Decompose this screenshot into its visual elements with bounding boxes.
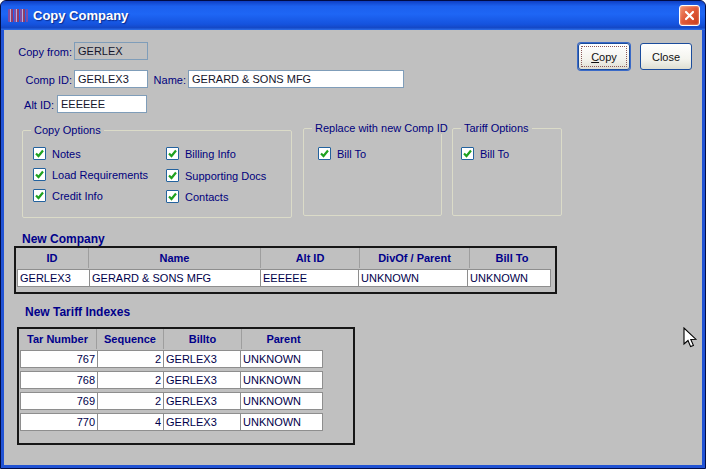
cell-parent: UNKNOWN (240, 392, 323, 410)
tariff-header-row: Tar Number Sequence Billto Parent (19, 329, 353, 349)
cell-parent: UNKNOWN (240, 413, 323, 431)
close-button-label: Close (652, 51, 680, 63)
copy-button-label: Copy (591, 51, 617, 63)
new-company-header-row: ID Name Alt ID DivOf / Parent Bill To (16, 248, 555, 268)
checkbox-label: Supporting Docs (185, 170, 266, 182)
cell-sequence: 2 (97, 371, 164, 389)
checkbox-label: Load Requirements (52, 169, 148, 181)
cell-parent: UNKNOWN (240, 371, 323, 389)
close-window-button[interactable] (679, 5, 700, 26)
app-icon (8, 9, 28, 22)
title-bar[interactable]: Copy Company (1, 1, 705, 30)
cell-name: GERARD & SONS MFG (89, 269, 261, 287)
column-header: Parent (242, 329, 325, 349)
cell-divof-parent: UNKNOWN (358, 269, 468, 287)
checkbox-notes[interactable]: Notes (33, 147, 81, 160)
column-header: Alt ID (261, 248, 360, 268)
name-label: Name: (150, 74, 186, 86)
copy-button[interactable]: Copy (578, 43, 630, 70)
cell-tar-number: 770 (20, 413, 98, 431)
alt-id-field[interactable]: EEEEEE (57, 95, 147, 113)
cell-tar-number: 769 (20, 392, 98, 410)
copy-options-title: Copy Options (31, 124, 104, 136)
mouse-cursor (680, 327, 698, 351)
checkbox-checked-icon (166, 169, 179, 182)
window-title: Copy Company (33, 8, 679, 23)
copy-company-dialog: Copy Company Copy from: GERLEX Comp ID: … (0, 0, 706, 469)
column-header: DivOf / Parent (360, 248, 470, 268)
comp-id-label: Comp ID: (18, 74, 72, 86)
new-tariff-indexes-title: New Tariff Indexes (25, 305, 130, 319)
checkbox-checked-icon (461, 147, 474, 160)
checkbox-label: Notes (52, 148, 81, 160)
checkbox-checked-icon (166, 190, 179, 203)
cell-alt-id: EEEEEE (260, 269, 359, 287)
checkbox-billing-info[interactable]: Billing Info (166, 147, 236, 160)
checkbox-label: Bill To (480, 148, 509, 160)
table-row: GERLEX3 GERARD & SONS MFG EEEEEE UNKNOWN… (16, 269, 555, 287)
new-company-grid: ID Name Alt ID DivOf / Parent Bill To GE… (14, 246, 557, 294)
cell-billto: GERLEX3 (163, 350, 241, 368)
column-header: Billto (164, 329, 242, 349)
copy-from-field: GERLEX (74, 42, 148, 60)
checkbox-checked-icon (33, 168, 46, 181)
checkbox-label: Billing Info (185, 148, 236, 160)
close-button[interactable]: Close (640, 43, 692, 70)
table-row: 770 4 GERLEX3 UNKNOWN (19, 413, 353, 431)
checkbox-label: Credit Info (52, 190, 103, 202)
column-header: Sequence (97, 329, 164, 349)
cell-parent: UNKNOWN (240, 350, 323, 368)
cell-bill-to: UNKNOWN (467, 269, 551, 287)
column-header: Tar Number (19, 329, 97, 349)
checkbox-label: Bill To (337, 148, 366, 160)
dialog-body: Copy from: GERLEX Comp ID: GERLEX3 Name:… (4, 30, 702, 465)
cell-tar-number: 767 (20, 350, 98, 368)
table-row: 768 2 GERLEX3 UNKNOWN (19, 371, 353, 389)
tariff-options-title: Tariff Options (461, 122, 532, 134)
tariff-options-group: Tariff Options (452, 128, 562, 216)
cell-tar-number: 768 (20, 371, 98, 389)
column-header: ID (16, 248, 89, 268)
replace-comp-id-group: Replace with new Comp ID (303, 128, 442, 216)
copy-from-label: Copy from: (14, 46, 72, 58)
cell-sequence: 2 (97, 350, 164, 368)
checkbox-checked-icon (318, 147, 331, 160)
cell-billto: GERLEX3 (163, 392, 241, 410)
table-row: 767 2 GERLEX3 UNKNOWN (19, 350, 353, 368)
column-header: Name (89, 248, 261, 268)
cell-sequence: 2 (97, 392, 164, 410)
checkbox-load-requirements[interactable]: Load Requirements (33, 168, 148, 181)
checkbox-checked-icon (33, 189, 46, 202)
name-field[interactable]: GERARD & SONS MFG (188, 70, 404, 88)
cell-billto: GERLEX3 (163, 371, 241, 389)
new-tariff-indexes-grid: Tar Number Sequence Billto Parent 767 2 … (17, 327, 355, 445)
table-row: 769 2 GERLEX3 UNKNOWN (19, 392, 353, 410)
checkbox-checked-icon (33, 147, 46, 160)
column-header: Bill To (470, 248, 554, 268)
replace-comp-id-title: Replace with new Comp ID (312, 122, 451, 134)
checkbox-checked-icon (166, 147, 179, 160)
checkbox-tariff-bill-to[interactable]: Bill To (461, 147, 509, 160)
checkbox-supporting-docs[interactable]: Supporting Docs (166, 169, 266, 182)
close-icon (684, 7, 695, 25)
cell-sequence: 4 (97, 413, 164, 431)
checkbox-replace-bill-to[interactable]: Bill To (318, 147, 366, 160)
alt-id-label: Alt ID: (14, 99, 54, 111)
cell-id: GERLEX3 (17, 269, 90, 287)
checkbox-contacts[interactable]: Contacts (166, 190, 228, 203)
checkbox-credit-info[interactable]: Credit Info (33, 189, 103, 202)
new-company-title: New Company (22, 232, 105, 246)
checkbox-label: Contacts (185, 191, 228, 203)
cell-billto: GERLEX3 (163, 413, 241, 431)
comp-id-field[interactable]: GERLEX3 (74, 70, 148, 88)
